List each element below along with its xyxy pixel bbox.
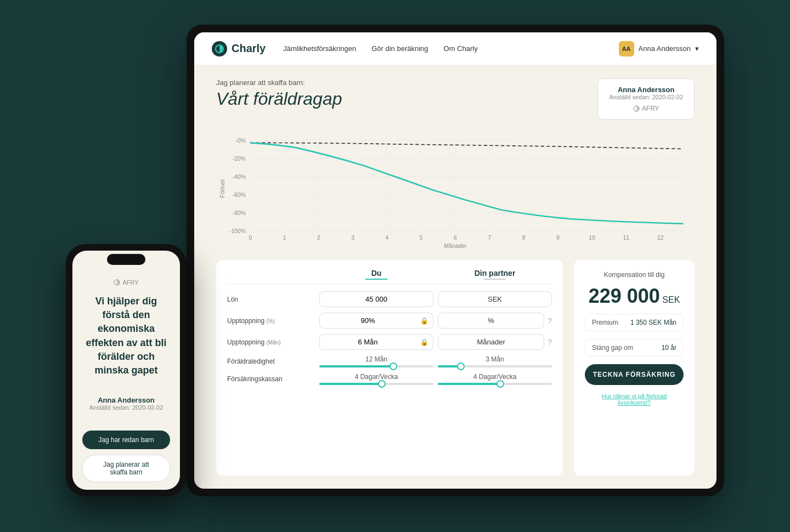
upptoppning-man-partner-field[interactable]: Månader <box>438 334 544 350</box>
upptoppning-man-du-field[interactable]: 🔒 <box>319 334 433 350</box>
lon-du-field[interactable] <box>319 291 433 307</box>
du-underline <box>365 279 387 280</box>
premium-value: 1 350 SEK Mån <box>630 319 676 326</box>
gap-value: 10 år <box>662 344 676 352</box>
comp-amount-unit: SEK <box>662 295 680 304</box>
employer-name: AFRY <box>642 105 659 112</box>
phone-afry-logo: AFRY <box>114 279 138 286</box>
partner-underline <box>484 279 506 280</box>
user-info-card: Anna Andersson Anställd sedan: 2020-02-0… <box>597 78 695 120</box>
phone-device: AFRY Vi hjälper dig förstå den ekonomisk… <box>66 244 187 496</box>
forsakringskassan-row: Försäkringskassan 4 Dagar/Vecka 4 Dagar/… <box>227 373 552 385</box>
slider-fill-1 <box>319 365 393 367</box>
slider-thumb-1[interactable] <box>390 363 397 370</box>
foraldraledighet-du-slider[interactable]: 12 Mån <box>319 355 433 367</box>
phone-employer-name: AFRY <box>122 279 138 286</box>
upptoppning-pct-du-field[interactable]: 🔒 <box>319 313 433 329</box>
forsakringskassan-du-slider[interactable]: 4 Dagar/Vecka <box>319 373 433 385</box>
col-du-label: Du <box>319 269 433 278</box>
nav-bar: Charly Jämlikhetsförsäkringen Gör din be… <box>194 32 716 65</box>
slider-fill-3 <box>319 383 382 385</box>
phone-notch <box>107 254 145 265</box>
upptoppning-pct-du-input[interactable] <box>320 313 416 328</box>
page-title-area: Jag planerar att skaffa barn: Vårt föräl… <box>216 78 342 109</box>
nav-links: Jämlikhetsförsäkringen Gör din beräkning… <box>283 44 618 53</box>
phone-btn-primary[interactable]: Jag har redan barn <box>82 431 170 449</box>
dropdown-icon: ▾ <box>695 44 699 53</box>
col-partner-label: Din partner <box>438 269 552 278</box>
phone-btn-secondary[interactable]: Jag planerar att skaffa barn <box>82 455 170 482</box>
foraldraledighet-partner-slider[interactable]: 3 Mån <box>438 355 552 367</box>
svg-text:4: 4 <box>386 234 389 241</box>
lock-icon: 🔒 <box>416 317 433 325</box>
page-subtitle: Jag planerar att skaffa barn: <box>216 78 342 87</box>
upptoppning-pct-row: Upptoppning (%) 🔒 % ? <box>227 313 552 329</box>
comp-premium-row: Premium 1 350 SEK Mån <box>585 314 684 331</box>
svg-text:11: 11 <box>623 234 630 241</box>
brand-logo[interactable]: Charly <box>212 41 266 56</box>
svg-text:Månader: Månader <box>444 242 467 249</box>
svg-text:8: 8 <box>522 234 526 241</box>
comp-amount-number: 229 000 <box>589 285 660 307</box>
user-card-employer: AFRY <box>609 105 683 112</box>
svg-text:5: 5 <box>420 234 423 241</box>
svg-text:7: 7 <box>488 234 491 241</box>
main-content: Jag planerar att skaffa barn: Vårt föräl… <box>194 65 716 489</box>
lock-icon-2: 🔒 <box>416 338 433 346</box>
svg-text:Förlust: Förlust <box>219 179 225 198</box>
nav-link-om[interactable]: Om Charly <box>444 44 478 53</box>
svg-text:0: 0 <box>249 234 252 241</box>
slider-track-4[interactable] <box>438 383 552 385</box>
lon-du-input[interactable] <box>320 292 433 307</box>
slider-track-1[interactable] <box>319 365 433 367</box>
upptoppning-pct-label: Upptoppning (%) <box>227 317 315 325</box>
svg-text:12: 12 <box>657 234 664 241</box>
gap-label: Stäng gap om <box>592 344 633 352</box>
slider-fill-4 <box>438 383 500 385</box>
slider-thumb-3[interactable] <box>378 380 386 388</box>
upptoppning-pct-partner-field[interactable]: % <box>438 313 544 329</box>
tablet-screen: Charly Jämlikhetsförsäkringen Gör din be… <box>194 32 716 489</box>
svg-text:-60%: -60% <box>233 191 246 198</box>
question-icon-1[interactable]: ? <box>548 316 552 325</box>
svg-text:10: 10 <box>589 234 595 241</box>
nav-user-menu[interactable]: AA Anna Andersson ▾ <box>619 41 699 56</box>
forsakringskassan-label: Försäkringskassan <box>227 375 315 383</box>
upptoppning-man-du-input[interactable] <box>320 335 416 349</box>
chart-area: -0% -20% -40% -60% -80% -100% Förlust 0 … <box>216 128 695 249</box>
teckna-button[interactable]: TECKNA FÖRSÄKRING <box>585 364 684 385</box>
phone-user-name: Anna Andersson <box>98 396 155 404</box>
comp-link[interactable]: Hur räknar vi på förlorad livsinkomst? <box>585 393 684 406</box>
slider-thumb-4[interactable] <box>496 380 504 388</box>
svg-text:9: 9 <box>556 234 560 241</box>
svg-text:-20%: -20% <box>233 155 246 162</box>
lon-partner-field[interactable]: SEK <box>438 291 552 307</box>
nav-link-jamlikhets[interactable]: Jämlikhetsförsäkringen <box>283 44 356 53</box>
page-title: Vårt föräldragap <box>216 89 342 109</box>
upptoppning-man-label: Upptoppning (Mån) <box>227 338 315 346</box>
upptoppning-man-row: Upptoppning (Mån) 🔒 Månader ? <box>227 334 552 350</box>
compensation-panel: Kompensation till dig 229 000 SEK Premiu… <box>574 260 695 476</box>
forsakringskassan-partner-value: 4 Dagar/Vecka <box>473 373 517 381</box>
forsakringskassan-partner-slider[interactable]: 4 Dagar/Vecka <box>438 373 552 385</box>
foraldraledighet-label: Föräldraledighet <box>227 358 315 365</box>
question-icon-2[interactable]: ? <box>548 338 552 347</box>
user-avatar: AA <box>619 41 634 56</box>
slider-thumb-2[interactable] <box>457 363 465 370</box>
inputs-header: Du Din partner <box>227 269 552 285</box>
comp-gap-row: Stäng gap om 10 år <box>585 339 684 356</box>
slider-track-2[interactable] <box>438 365 552 367</box>
page-header: Jag planerar att skaffa barn: Vårt föräl… <box>216 78 695 120</box>
svg-text:6: 6 <box>454 234 457 241</box>
nav-link-gor[interactable]: Gör din beräkning <box>371 44 428 53</box>
phone-user-date: Anställd sedan: 2020-02-02 <box>89 404 163 411</box>
user-card-name: Anna Andersson <box>609 86 683 94</box>
phone-heading: Vi hjälper dig förstå den ekonomiska eff… <box>82 295 170 377</box>
comp-title: Kompensation till dig <box>585 271 684 279</box>
svg-text:2: 2 <box>317 234 320 241</box>
slider-track-3[interactable] <box>319 383 433 385</box>
phone-screen: AFRY Vi hjälper dig förstå den ekonomisk… <box>72 251 180 490</box>
inputs-panel: Du Din partner Lön <box>216 260 563 476</box>
logo-text: Charly <box>232 42 266 55</box>
svg-text:-0%: -0% <box>236 137 246 144</box>
